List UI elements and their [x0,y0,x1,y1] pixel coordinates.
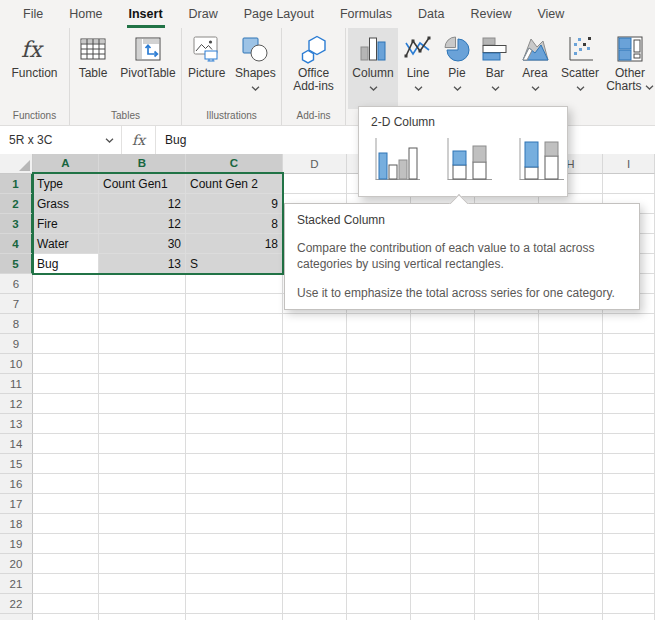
cell-C3[interactable]: 8 [186,214,283,234]
cell-A14[interactable] [33,434,99,454]
cell-C23[interactable] [186,614,283,620]
row-header-7[interactable]: 7 [0,294,33,314]
cell-I21[interactable] [603,574,655,594]
cell-F11[interactable] [411,374,475,394]
cell-B23[interactable] [99,614,186,620]
cell-E8[interactable] [347,314,411,334]
ribbon-button-other-charts[interactable]: Other Charts [604,28,655,109]
cell-A16[interactable] [33,474,99,494]
ribbon-button-function[interactable]: fxFunction [4,28,66,109]
cell-A6[interactable] [33,274,99,294]
cell-E16[interactable] [347,474,411,494]
select-all-corner[interactable] [0,154,33,174]
cell-C13[interactable] [186,414,283,434]
row-header-3[interactable]: 3 [0,214,33,234]
cell-F8[interactable] [411,314,475,334]
cell-E22[interactable] [347,594,411,614]
cell-A8[interactable] [33,314,99,334]
cell-I14[interactable] [603,434,655,454]
ribbon-button-table[interactable]: Table [71,28,115,109]
cell-C6[interactable] [186,274,283,294]
ribbon-button-shapes[interactable]: Shapes [231,28,279,109]
cell-H14[interactable] [539,434,603,454]
cell-G15[interactable] [475,454,539,474]
cell-B4[interactable]: 30 [99,234,186,254]
cell-H10[interactable] [539,354,603,374]
row-header-23[interactable]: 23 [0,614,33,620]
cell-D11[interactable] [283,374,347,394]
cell-G19[interactable] [475,534,539,554]
cell-G8[interactable] [475,314,539,334]
cell-C4[interactable]: 18 [186,234,283,254]
ribbon-tab-page-layout[interactable]: Page Layout [231,0,327,28]
cell-G12[interactable] [475,394,539,414]
cell-A15[interactable] [33,454,99,474]
row-header-1[interactable]: 1 [0,174,33,194]
ribbon-tab-formulas[interactable]: Formulas [327,0,405,28]
cell-E20[interactable] [347,554,411,574]
row-header-20[interactable]: 20 [0,554,33,574]
cell-H22[interactable] [539,594,603,614]
column-header-I[interactable]: I [603,154,655,174]
ribbon-tab-insert[interactable]: Insert [116,0,176,28]
cell-G14[interactable] [475,434,539,454]
cell-B1[interactable]: Count Gen1 [99,174,186,194]
cell-I10[interactable] [603,354,655,374]
cell-H18[interactable] [539,514,603,534]
row-header-10[interactable]: 10 [0,354,33,374]
cell-A4[interactable]: Water [33,234,99,254]
cell-D9[interactable] [283,334,347,354]
cell-F10[interactable] [411,354,475,374]
cell-G21[interactable] [475,574,539,594]
cell-H20[interactable] [539,554,603,574]
cell-H8[interactable] [539,314,603,334]
cell-C20[interactable] [186,554,283,574]
cell-A19[interactable] [33,534,99,554]
cell-C11[interactable] [186,374,283,394]
row-header-2[interactable]: 2 [0,194,33,214]
cell-F23[interactable] [411,614,475,620]
cell-H21[interactable] [539,574,603,594]
ribbon-tab-draw[interactable]: Draw [176,0,231,28]
cell-E15[interactable] [347,454,411,474]
cell-E13[interactable] [347,414,411,434]
row-header-17[interactable]: 17 [0,494,33,514]
cell-B3[interactable]: 12 [99,214,186,234]
cell-D1[interactable] [283,174,347,194]
cell-E10[interactable] [347,354,411,374]
ribbon-button-pivottable[interactable]: PivotTable [116,28,180,109]
cell-F20[interactable] [411,554,475,574]
cell-D15[interactable] [283,454,347,474]
cell-F21[interactable] [411,574,475,594]
cell-D8[interactable] [283,314,347,334]
cell-E23[interactable] [347,614,411,620]
ribbon-button-pie[interactable]: Pie [438,28,476,109]
cell-H12[interactable] [539,394,603,414]
cell-I22[interactable] [603,594,655,614]
cell-F17[interactable] [411,494,475,514]
cell-I11[interactable] [603,374,655,394]
column-header-A[interactable]: A [33,154,99,174]
cell-A3[interactable]: Fire [33,214,99,234]
cell-A21[interactable] [33,574,99,594]
cell-B11[interactable] [99,374,186,394]
cell-D23[interactable] [283,614,347,620]
row-header-21[interactable]: 21 [0,574,33,594]
chart-type-clustered-column-icon[interactable] [371,134,423,184]
cell-G17[interactable] [475,494,539,514]
ribbon-button-scatter[interactable]: Scatter [556,28,604,109]
cell-D14[interactable] [283,434,347,454]
cell-G13[interactable] [475,414,539,434]
cell-B10[interactable] [99,354,186,374]
ribbon-button-line[interactable]: Line [398,28,438,109]
cell-A12[interactable] [33,394,99,414]
cell-A1[interactable]: Type [33,174,99,194]
cell-C8[interactable] [186,314,283,334]
cell-D19[interactable] [283,534,347,554]
cell-H17[interactable] [539,494,603,514]
ribbon-button-area[interactable]: Area [514,28,556,109]
cell-F15[interactable] [411,454,475,474]
cell-C15[interactable] [186,454,283,474]
cell-I19[interactable] [603,534,655,554]
cell-C16[interactable] [186,474,283,494]
